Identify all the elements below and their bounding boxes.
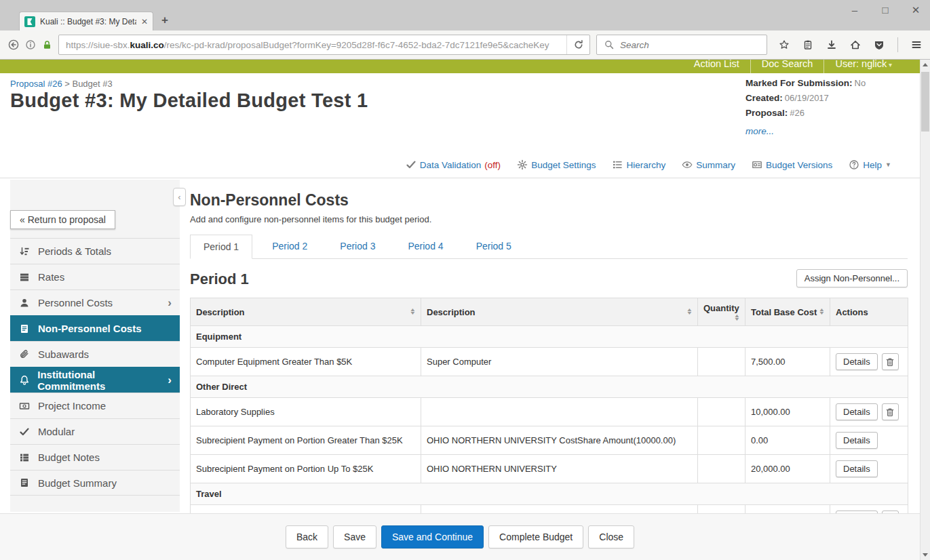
sidebar-item-project-income[interactable]: Project Income — [10, 393, 180, 418]
header-link-doc-search[interactable]: Doc Search — [750, 60, 824, 73]
url-bar[interactable]: https://siue-sbx.kuali.co/res/kc-pd-krad… — [58, 35, 590, 55]
column-header-description[interactable]: Description▲▼ — [191, 298, 421, 326]
sidebar-item-label: Budget Notes — [38, 452, 100, 463]
header-link-action-list[interactable]: Action List — [683, 60, 750, 73]
column-header-quantity[interactable]: Quantity▲▼ — [698, 298, 745, 326]
person-icon — [18, 298, 31, 308]
pocket-icon[interactable] — [874, 39, 885, 50]
bookmarks-clipboard-icon[interactable] — [802, 39, 813, 50]
table-row: Laboratory Supplies10,000.00Details — [191, 398, 908, 426]
sidebar-item-budget-summary[interactable]: Budget Summary — [10, 470, 180, 496]
toolbar-budget-versions[interactable]: Budget Versions — [752, 159, 832, 170]
menu-icon[interactable] — [911, 39, 922, 50]
details-button[interactable]: Details — [836, 432, 878, 449]
close-button[interactable]: ✕ — [910, 4, 922, 16]
period-heading: Period 1 — [190, 271, 249, 287]
sidebar-item-subawards[interactable]: Subawards — [10, 341, 180, 367]
delete-button[interactable] — [882, 353, 899, 370]
tab-close-icon[interactable]: ✕ — [141, 17, 148, 26]
tab-period-2[interactable]: Period 2 — [259, 235, 320, 259]
complete-budget-button[interactable]: Complete Budget — [488, 525, 583, 548]
scrollbar-thumb[interactable] — [921, 72, 929, 132]
table-row: Subrecipient Payment on Portion Greater … — [191, 426, 908, 455]
sidebar-collapse-button[interactable]: ‹ — [173, 188, 186, 206]
toolbar-budget-settings[interactable]: Budget Settings — [517, 159, 596, 170]
column-header-description[interactable]: Description▲▼ — [421, 298, 698, 326]
column-header-total-base-cost[interactable]: Total Base Cost▲▼ — [745, 298, 830, 326]
scroll-up-icon[interactable] — [921, 60, 930, 70]
assign-non-personnel-button[interactable]: Assign Non-Personnel... — [796, 269, 908, 287]
reload-button[interactable] — [566, 35, 589, 54]
breadcrumb-proposal-link[interactable]: Proposal #26 — [10, 79, 62, 89]
page-scrollbar[interactable] — [920, 60, 930, 560]
new-tab-button[interactable]: + — [161, 14, 168, 27]
scroll-down-icon[interactable] — [921, 550, 930, 560]
sidebar-item-rates[interactable]: Rates — [10, 264, 180, 289]
hierarchy-icon — [612, 159, 623, 170]
toolbar-label: Budget Settings — [531, 160, 596, 170]
gear-icon — [517, 159, 528, 170]
toolbar-divider — [0, 178, 920, 178]
meta-rows: Marked For Submission:NoCreated:06/19/20… — [745, 76, 891, 121]
sidebar-item-personnel-costs[interactable]: Personnel Costs› — [10, 289, 180, 315]
check-icon — [18, 426, 31, 437]
toolbar-help[interactable]: Help▼ — [849, 159, 891, 170]
browser-titlebar: Kuali :: Budget #3: My Detail ✕ + – □ ✕ — [0, 0, 930, 31]
delete-button[interactable] — [882, 403, 899, 420]
bell-icon — [18, 375, 30, 386]
sidebar-item-label: Personnel Costs — [38, 297, 113, 308]
cell-quantity — [698, 348, 745, 376]
group-row-travel: Travel — [191, 483, 908, 505]
sidebar-item-institutional-commitments[interactable]: Institutional Commitments› — [10, 367, 180, 393]
browser-tab[interactable]: Kuali :: Budget #3: My Detail ✕ — [19, 12, 153, 31]
search-bar[interactable]: Search — [596, 35, 767, 55]
money-icon — [18, 401, 31, 412]
sidebar-item-label: Modular — [38, 426, 75, 437]
sidebar-item-label: Project Income — [38, 400, 106, 412]
sidebar-item-periods-totals[interactable]: Periods & Totals — [10, 238, 180, 264]
toolbar-hierarchy[interactable]: Hierarchy — [612, 159, 665, 170]
minimize-button[interactable]: – — [849, 4, 861, 16]
back-button[interactable]: Back — [286, 525, 328, 548]
tab-period-5[interactable]: Period 5 — [463, 235, 524, 259]
sort-icon[interactable]: ▲▼ — [735, 314, 739, 321]
sidebar-nav: Periods & TotalsRatesPersonnel Costs›Non… — [10, 238, 180, 496]
window-controls: – □ ✕ — [849, 4, 922, 16]
tab-period-3[interactable]: Period 3 — [327, 235, 388, 259]
bookmark-star-icon[interactable] — [779, 39, 790, 50]
save-and-continue-button[interactable]: Save and Continue — [381, 525, 484, 548]
table-row: Computer Equipment Greater Than $5KSuper… — [191, 348, 908, 376]
maximize-button[interactable]: □ — [879, 4, 891, 16]
more-link[interactable]: more... — [745, 124, 774, 139]
cell-quantity — [698, 455, 745, 483]
toolbar-summary[interactable]: Summary — [682, 159, 735, 170]
tab-period-4[interactable]: Period 4 — [395, 235, 456, 259]
save-button[interactable]: Save — [333, 525, 376, 548]
details-button[interactable]: Details — [836, 460, 878, 477]
toolbar-label: Summary — [696, 160, 735, 170]
cell-actions: Details — [830, 348, 908, 376]
sidebar-item-modular[interactable]: Modular — [10, 418, 180, 444]
sort-icon[interactable]: ▲▼ — [687, 308, 692, 315]
back-icon[interactable] — [8, 39, 19, 50]
sidebar-item-non-personnel-costs[interactable]: Non-Personnel Costs — [10, 315, 180, 341]
sidebar-item-label: Institutional Commitments — [37, 369, 160, 392]
search-icon — [604, 39, 615, 50]
sort-icon[interactable]: ▲▼ — [819, 308, 824, 315]
toolbar-label: Data Validation — [420, 160, 482, 170]
sort-icon[interactable]: ▲▼ — [410, 308, 415, 315]
home-icon[interactable] — [850, 39, 861, 50]
toolbar-data-validation[interactable]: Data Validation (off) — [406, 159, 501, 170]
header-link-user-nglick[interactable]: User: nglick ▾ — [824, 60, 903, 73]
details-button[interactable]: Details — [836, 353, 878, 370]
sidebar-item-budget-notes[interactable]: Budget Notes — [10, 444, 180, 470]
list-icon — [18, 452, 31, 463]
close-button[interactable]: Close — [588, 525, 634, 548]
info-icon[interactable] — [25, 39, 36, 50]
return-to-proposal-button[interactable]: « Return to proposal — [10, 210, 115, 229]
details-button[interactable]: Details — [836, 403, 878, 420]
cell-total-base-cost: 0.00 — [745, 426, 830, 455]
document-icon — [18, 477, 31, 488]
downloads-icon[interactable] — [826, 39, 837, 50]
tab-period-1[interactable]: Period 1 — [190, 235, 252, 259]
